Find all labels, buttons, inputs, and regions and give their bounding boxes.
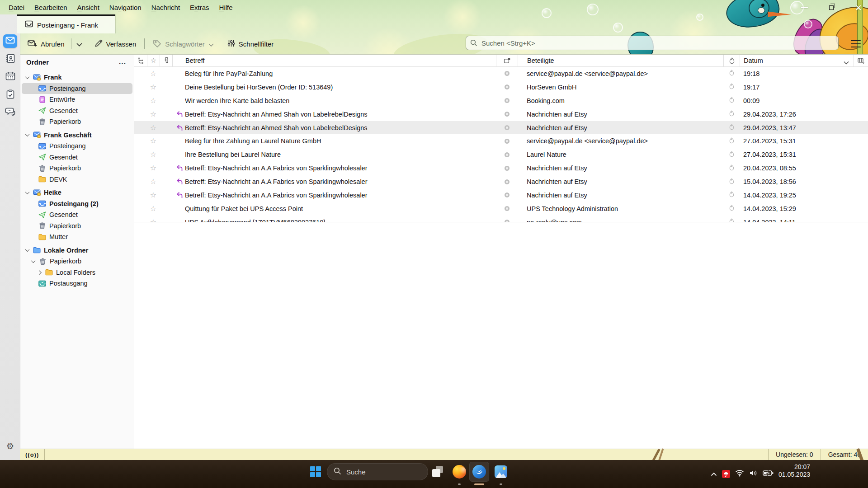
folder-item-lokale-ordner[interactable]: Lokale Ordner [22,245,132,256]
message-row[interactable]: ☆Betreff: Etsy-Nachricht an A.A Fabrics … [134,161,868,175]
message-row[interactable]: ☆Betreff: Etsy-Nachricht an Ahmed Shah v… [134,108,868,121]
read-status-cell[interactable] [496,192,518,197]
junk-status-cell[interactable] [723,205,740,212]
avira-tray-icon[interactable] [722,470,730,478]
get-messages-button[interactable]: Abrufen [23,37,69,52]
read-status-icon[interactable] [505,139,509,144]
menu-item-datei[interactable]: Datei [4,2,29,13]
tasks-space-button[interactable] [3,88,17,102]
tray-chevron-up-icon[interactable] [711,470,717,478]
compose-button[interactable]: Verfassen [90,37,141,52]
folder-item-papierkorb[interactable]: Papierkorb [22,163,132,174]
calendar-space-button[interactable] [3,70,17,84]
read-status-icon[interactable] [505,84,509,89]
read-status-icon[interactable] [505,192,509,197]
junk-status-cell[interactable] [723,218,740,222]
app-menu-button[interactable] [849,38,863,50]
read-status-icon[interactable] [505,71,509,76]
junk-status-cell[interactable] [723,124,740,131]
message-row[interactable]: ☆Beleg für Ihre Zahlung an Laurel Nature… [134,134,868,148]
junk-status-cell[interactable] [723,83,740,91]
star-icon[interactable]: ☆ [147,164,160,172]
folder-item-gesendet[interactable]: Gesendet [22,209,132,221]
menu-item-hilfe[interactable]: Hilfe [214,2,238,13]
junk-status-cell[interactable] [723,191,740,199]
read-status-icon[interactable] [505,206,509,211]
folder-item-gesendet[interactable]: Gesendet [22,105,132,117]
folder-item-papierkorb[interactable]: Papierkorb [22,221,132,232]
taskbar-clock[interactable]: 20:07 01.05.2023 [769,463,810,479]
read-status-cell[interactable] [496,125,518,130]
close-button[interactable]: ✕ [853,2,864,13]
junk-status-cell[interactable] [723,151,740,159]
junk-column-icon[interactable] [723,55,740,66]
restore-button[interactable] [826,2,837,13]
settings-gear-icon[interactable]: ⚙ [4,440,16,452]
thread-column-icon[interactable] [134,55,147,66]
folder-item-posteingang[interactable]: Posteingang [22,141,132,152]
wifi-icon[interactable] [735,469,744,479]
read-status-cell[interactable] [496,206,518,211]
star-icon[interactable]: ☆ [147,151,160,158]
firefox-taskbar-button[interactable] [449,462,469,482]
star-icon[interactable]: ☆ [147,70,160,77]
tags-button[interactable]: Schlagwörter [148,37,218,52]
message-row[interactable]: ☆UPS Aufkleberversand [1Z01TVM5682002761… [134,216,868,222]
junk-status-cell[interactable] [723,137,740,145]
star-icon[interactable]: ☆ [147,124,160,131]
junk-status-cell[interactable] [723,164,740,172]
junk-status-cell[interactable] [723,70,740,77]
star-icon[interactable]: ☆ [147,219,160,222]
read-status-cell[interactable] [496,112,518,117]
folder-item-frank-gesch-ft[interactable]: Frank Geschäft [22,130,132,141]
read-status-cell[interactable] [496,139,518,144]
read-column-icon[interactable] [496,55,518,66]
folder-item-papierkorb[interactable]: Papierkorb [22,256,132,267]
quick-filter-button[interactable]: Schnellfilter [223,37,278,51]
folder-item-posteingang[interactable]: Posteingang [22,83,132,94]
message-row[interactable]: ☆Quittung für Paket bei UPS Access Point… [134,202,868,216]
read-status-cell[interactable] [496,84,518,89]
chat-space-button[interactable] [3,106,17,119]
column-picker-icon[interactable] [854,55,868,66]
folder-item-papierkorb[interactable]: Papierkorb [22,116,132,127]
star-icon[interactable]: ☆ [147,97,160,104]
attachment-column-icon[interactable] [160,55,172,66]
read-status-icon[interactable] [505,152,509,157]
chevron-down-icon[interactable] [24,132,30,138]
read-status-icon[interactable] [505,179,509,184]
chevron-down-icon[interactable] [24,75,30,80]
folder-item-posteingang-2[interactable]: Posteingang (2) [22,198,132,210]
chevron-right-icon[interactable] [37,270,42,275]
message-row[interactable]: ☆Betreff: Etsy-Nachricht an A.A Fabrics … [134,188,868,202]
task-view-button[interactable] [428,462,448,482]
column-beteiligte[interactable]: Beteiligte [518,55,723,66]
chevron-down-icon[interactable] [24,248,30,253]
star-icon[interactable]: ☆ [147,84,160,91]
read-status-icon[interactable] [505,125,509,130]
read-status-cell[interactable] [496,152,518,157]
photos-taskbar-button[interactable] [491,462,511,482]
folder-item-devk[interactable]: DEVK [22,174,132,185]
message-row[interactable]: ☆Betreff: Etsy-Nachricht an Ahmed Shah v… [134,121,868,135]
read-status-icon[interactable] [505,220,509,222]
folder-item-local-folders[interactable]: Local Folders [22,267,132,278]
read-status-icon[interactable] [505,112,509,117]
star-icon[interactable]: ☆ [147,178,160,185]
read-status-cell[interactable] [496,98,518,103]
message-row[interactable]: ☆Betreff: Etsy-Nachricht an A.A Fabrics … [134,175,868,188]
folder-item-mutter[interactable]: Mutter [22,231,132,243]
search-input[interactable] [466,36,839,50]
message-row[interactable]: ☆Wir werden Ihre Karte bald belastenBook… [134,94,868,108]
menu-item-nachricht[interactable]: Nachricht [146,2,185,13]
thunderbird-taskbar-button[interactable] [469,462,489,482]
junk-status-cell[interactable] [723,97,740,104]
read-status-cell[interactable] [496,166,518,171]
get-messages-dropdown[interactable] [73,38,85,51]
read-status-icon[interactable] [505,98,509,103]
folder-item-gesendet[interactable]: Gesendet [22,152,132,163]
column-datum[interactable]: Datum [740,55,854,66]
star-icon[interactable]: ☆ [147,111,160,118]
read-status-icon[interactable] [505,166,509,171]
column-betreff[interactable]: Betreff [172,55,496,66]
